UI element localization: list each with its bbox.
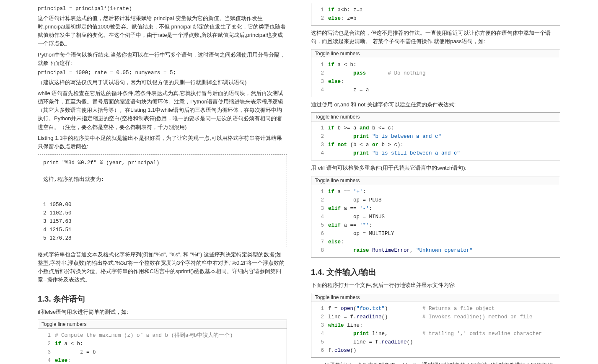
paragraph: （建议这样的写法仅仅用于调试语句，因为可以很方便的只删一行就删掉全部调试语句) bbox=[38, 78, 287, 87]
code-line: 5 line = f.readline() bbox=[315, 338, 557, 346]
code-line: 2if a < b: bbox=[41, 340, 283, 348]
code-text: line = f.readline() # Invokes readline()… bbox=[328, 313, 533, 321]
code-line: 1if a == '+': bbox=[315, 188, 557, 196]
left-column: principal = principal*(1+rate) 这个语句计算表达式… bbox=[0, 0, 299, 364]
paragraph: 通过使用 or,and 和 not 关键字你可以建立任意的条件表达式: bbox=[311, 101, 560, 109]
code-line: principal = 1000; rate = 0.05; numyears … bbox=[38, 70, 287, 76]
paragraph: 这个语句计算表达式的值，然后将计算结果赋给 principal 变量做为它的新值… bbox=[38, 14, 287, 48]
code-line: 4 op = MINUS bbox=[315, 213, 557, 221]
code-text: f = open("foo.txt") # Returns a file obj… bbox=[328, 305, 495, 313]
code-text: if b >= a and b <= c: bbox=[328, 124, 394, 132]
code-line: 3else: bbox=[315, 77, 557, 86]
code-text: elif a == '-': bbox=[328, 204, 372, 213]
code-text: op = PLUS bbox=[328, 196, 382, 204]
line-number: 1 bbox=[41, 331, 55, 340]
toggle-line-numbers[interactable]: Toggle line numbers bbox=[38, 320, 287, 329]
code-area: 1if a<b: z=a2else: z=b bbox=[311, 3, 560, 25]
code-text: else: z=b bbox=[328, 14, 357, 23]
toggle-line-numbers[interactable]: Toggle line numbers bbox=[311, 176, 560, 185]
line-number: 5 bbox=[315, 338, 328, 346]
code-text: pass # Do nothing bbox=[328, 69, 426, 77]
line-number: 3 bbox=[315, 204, 328, 213]
code-text: if a == '+': bbox=[328, 188, 366, 196]
toggle-line-numbers[interactable]: Toggle line numbers bbox=[311, 113, 560, 121]
code-text: raise RuntimeError, "Unknown operator" bbox=[328, 246, 473, 255]
line-number: 8 bbox=[315, 246, 328, 255]
code-text: if a<b: z=a bbox=[328, 6, 363, 14]
code-line: 1if a < b: bbox=[315, 61, 557, 69]
code-box-b: Toggle line numbers 1if a < b:2 pass # D… bbox=[311, 49, 560, 97]
line-number: 6 bbox=[315, 346, 328, 355]
code-area: 1if a == '+':2 op = PLUS3elif a == '-':4… bbox=[311, 185, 560, 257]
code-line: 7else: bbox=[315, 238, 557, 246]
line-number: 5 bbox=[315, 221, 328, 230]
code-line: 1if b >= a and b <= c: bbox=[315, 124, 557, 132]
line-number: 4 bbox=[41, 356, 55, 364]
code-area: 1f = open("foo.txt") # Returns a file ob… bbox=[311, 302, 560, 357]
code-line: 4 z = a bbox=[315, 86, 557, 94]
line-number: 2 bbox=[315, 313, 328, 321]
line-number: 6 bbox=[315, 230, 328, 238]
toggle-line-numbers[interactable]: Toggle line numbers bbox=[311, 49, 560, 58]
line-number: 1 bbox=[315, 305, 328, 313]
code-area: 1if b >= a and b <= c:2 print "b is betw… bbox=[311, 121, 560, 160]
code-text: line = f.readline() bbox=[328, 338, 413, 346]
code-text: while line: bbox=[328, 321, 363, 330]
code-line: principal = principal*(1+rate) bbox=[38, 6, 287, 12]
code-text: if not (b < a or b > c): bbox=[328, 141, 404, 149]
paragraph: if和else语句用来进行简单的测试，如: bbox=[38, 308, 287, 316]
code-text: f.close() bbox=[328, 346, 357, 355]
line-number: 1 bbox=[315, 61, 328, 69]
line-number: 1 bbox=[315, 124, 328, 132]
line-number: 2 bbox=[41, 340, 55, 348]
code-line: 2line = f.readline() # Invokes readline(… bbox=[315, 313, 557, 321]
line-number: 7 bbox=[315, 238, 328, 246]
output-box: print "%3d %0.2f" % (year, principal) 这样… bbox=[38, 154, 287, 247]
code-area: 1if a < b:2 pass # Do nothing3else:4 z =… bbox=[311, 58, 560, 97]
code-text: else: bbox=[328, 77, 344, 86]
code-line: 4 print "b is still between a and c" bbox=[315, 149, 557, 157]
code-line: 2 op = PLUS bbox=[315, 196, 557, 204]
code-box-e: Toggle line numbers 1f = open("foo.txt")… bbox=[311, 293, 560, 358]
paragraph: Python中每个语句以换行结束,当然你也可以在一行中写多个语句，这时语句之间必… bbox=[38, 51, 287, 67]
code-line: 8 raise RuntimeError, "Unknown operator" bbox=[315, 246, 557, 255]
paragraph: 用 elif 语句可以检验多重条件(用于代替其它语言中的switch语句): bbox=[311, 164, 560, 172]
toggle-line-numbers[interactable]: Toggle line numbers bbox=[311, 293, 560, 302]
code-text: print line, # trailing ',' omits newline… bbox=[328, 330, 542, 338]
code-text: # Compute the maximum (z) of a and b (得到… bbox=[55, 331, 233, 340]
code-box-a: Toggle line numbers 1# Compute the maxim… bbox=[38, 320, 287, 364]
code-line: 1# Compute the maximum (z) of a and b (得… bbox=[41, 331, 283, 340]
code-box-d: Toggle line numbers 1if a == '+':2 op = … bbox=[311, 176, 560, 258]
code-line: 3if not (b < a or b > c): bbox=[315, 141, 557, 149]
line-number: 4 bbox=[315, 86, 328, 94]
code-text: print "b is still between a and c" bbox=[328, 149, 460, 157]
code-box-c: Toggle line numbers 1if b >= a and b <= … bbox=[311, 112, 560, 160]
code-line: 3while line: bbox=[315, 321, 557, 330]
code-line: 2 pass # Do nothing bbox=[315, 69, 557, 77]
code-line: 2else: z=b bbox=[315, 14, 557, 23]
line-number: 3 bbox=[315, 141, 328, 149]
code-text: else: bbox=[328, 238, 344, 246]
line-number: 4 bbox=[315, 330, 328, 338]
line-number: 2 bbox=[315, 132, 328, 141]
line-number: 1 bbox=[315, 188, 328, 196]
heading-1-4: 1.4. 文件输入/输出 bbox=[311, 267, 560, 278]
code-line: 3 z = b bbox=[41, 348, 283, 356]
code-text: op = MULTIPLY bbox=[328, 230, 394, 238]
code-text: print "b is between a and c" bbox=[328, 132, 441, 141]
code-line: 4 print line, # trailing ',' omits newli… bbox=[315, 330, 557, 338]
paragraph: open()函数返回一个新文件对象(file object)。通过调用此对象的不… bbox=[311, 361, 560, 364]
code-text: if a < b: bbox=[328, 61, 357, 69]
code-line: 6 op = MULTIPLY bbox=[315, 230, 557, 238]
line-number: 2 bbox=[315, 69, 328, 77]
line-number: 3 bbox=[315, 77, 328, 86]
code-line: 6f.close() bbox=[315, 346, 557, 355]
code-line: 3elif a == '-': bbox=[315, 204, 557, 213]
code-line: 4else: bbox=[41, 356, 283, 364]
code-line: 1if a<b: z=a bbox=[315, 6, 557, 14]
code-text: z = a bbox=[328, 86, 369, 94]
paragraph: 下面的程序打开一个文件,然后一行行地读出并显示文件内容: bbox=[311, 281, 560, 289]
line-number: 1 bbox=[315, 6, 328, 14]
right-column: 1if a<b: z=a2else: z=b 这样的写法也是合法的，但这不是推荐… bbox=[299, 0, 598, 364]
line-number: 3 bbox=[315, 321, 328, 330]
